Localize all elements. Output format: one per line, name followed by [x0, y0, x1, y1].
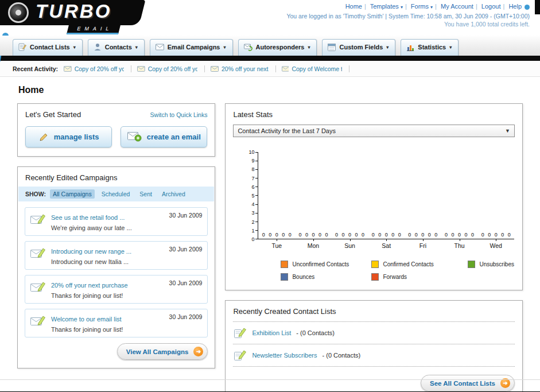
contact-list-link[interactable]: Newsletter Subscribers [252, 352, 317, 359]
contact-list-item[interactable]: Newsletter Subscribers - (0 Contacts) [233, 344, 515, 367]
chart-x-labels: TueMonSunSatFriThuWed [258, 239, 514, 249]
mail-icon [282, 66, 289, 72]
filter-tab-sent[interactable]: Sent [137, 189, 155, 199]
manage-lists-button[interactable]: manage lists [25, 126, 112, 148]
legend-swatch [281, 273, 288, 281]
nav-tab-autoresponders[interactable]: Autoresponders ▾ [238, 39, 317, 56]
logo-title: TURBO [36, 1, 111, 22]
pencil-icon [38, 132, 49, 142]
recent-activity-text: Copy of 20% off yo [75, 65, 124, 72]
contact-list-link[interactable]: Exhibition List [252, 329, 291, 336]
left-column: Let's Get Started Switch to Quick Links … [17, 103, 215, 368]
edit-campaign-icon [30, 281, 46, 299]
legend-item-unsubscribes: Unsubscribes [468, 261, 514, 268]
contact-lists-list: Exhibition List - (0 Contacts) Newslette… [226, 320, 522, 367]
legend-swatch [371, 273, 379, 281]
edit-list-icon [234, 350, 247, 360]
top-link-forms[interactable]: Forms [411, 3, 429, 10]
top-link-help[interactable]: Help [508, 3, 522, 10]
edit-list-icon [234, 328, 247, 338]
campaign-title-link[interactable]: 20% off your next purchase [51, 282, 128, 289]
chevron-down-icon: ▾ [401, 5, 403, 10]
right-column: Latest Stats Contact Activity for the La… [225, 103, 523, 392]
contact-list-detail: - (0 Contacts) [323, 352, 361, 359]
recent-campaigns-panel: Recently Edited Campaigns SHOW: All Camp… [17, 166, 215, 368]
app-logo[interactable]: TURBO EMAIL [0, 0, 161, 34]
campaign-list-item[interactable]: Welcome to our email list Thanks for joi… [25, 309, 208, 337]
mail-icon [211, 66, 219, 72]
campaign-title-link[interactable]: Welcome to our email list [51, 316, 122, 323]
chevron-down-icon: ▾ [449, 45, 452, 50]
campaign-subtitle: Thanks for joining our list! [51, 292, 164, 299]
view-all-campaigns-button[interactable]: View All Campaigns ➜ [117, 343, 208, 360]
nav-tab-custom-fields[interactable]: Custom Fields ▾ [322, 39, 395, 56]
recent-contact-lists-title: Recently Created Contact Lists [233, 307, 336, 316]
campaign-list-item[interactable]: Introducing our new range ... Introducin… [25, 241, 208, 270]
legend-label: Unsubscribes [479, 261, 514, 267]
nav-tab-email-campaigns[interactable]: Email Campaigns ▾ [150, 39, 233, 56]
link-separator: | [503, 3, 504, 10]
filter-tab-all-campaigns[interactable]: All Campaigns [50, 189, 95, 199]
see-all-contact-lists-button[interactable]: See All Contact Lists ➜ [421, 375, 515, 391]
create-email-button[interactable]: create an email [121, 126, 207, 148]
campaign-title-link[interactable]: See us at the retail food ... [51, 214, 125, 221]
email-campaigns-icon [156, 44, 164, 51]
chevron-down-icon: ▾ [223, 45, 226, 50]
footer-divider [0, 379, 540, 380]
edit-campaign-icon [30, 247, 46, 265]
header-right: Home| Templates ▾| Forms ▾| My Account| … [286, 3, 530, 28]
legend-label: Confirmed Contacts [383, 261, 433, 267]
nav-tab-contact-lists[interactable]: Contact Lists ▾ [13, 39, 83, 56]
campaign-title-link[interactable]: Introducing our new range ... [51, 248, 131, 255]
contact-list-item[interactable]: Exhibition List - (0 Contacts) [233, 321, 515, 344]
top-header: TURBO EMAIL Home| Templates ▾| Forms ▾| … [0, 0, 540, 36]
switch-quick-links-link[interactable]: Switch to Quick Links [150, 111, 208, 118]
link-separator: | [405, 3, 407, 10]
filter-tab-archived[interactable]: Archived [159, 189, 188, 199]
campaign-subtitle: We're giving away our late ... [51, 224, 164, 231]
get-started-title: Let's Get Started [25, 110, 81, 119]
chart-y-axis: 109876543210 [245, 152, 258, 239]
legend-swatch [281, 261, 288, 268]
recent-activity-item[interactable]: Copy of 20% off yo [137, 65, 205, 72]
top-link-my-account[interactable]: My Account [441, 3, 473, 10]
recent-campaigns-title: Recently Edited Campaigns [25, 173, 117, 182]
nav-tab-label: Contacts [105, 44, 132, 51]
nav-tab-statistics[interactable]: Statistics ▾ [401, 39, 459, 56]
page-title: Home [18, 85, 523, 95]
campaign-date: 30 Jun 2009 [169, 212, 203, 231]
recent-activity-label: Recent Activity: [13, 65, 58, 72]
stats-period-select[interactable]: Contact Activity for the Last 7 Days ▼ [233, 125, 515, 137]
top-link-home[interactable]: Home [345, 3, 362, 10]
nav-tab-contacts[interactable]: Contacts ▾ [88, 39, 145, 56]
recent-activity-item[interactable]: Copy of Welcome to [282, 65, 349, 72]
campaign-list: See us at the retail food ... We're givi… [18, 201, 215, 339]
campaign-date: 30 Jun 2009 [169, 280, 203, 299]
campaign-list-item[interactable]: See us at the retail food ... We're givi… [25, 207, 208, 236]
top-links: Home| Templates ▾| Forms ▾| My Account| … [286, 3, 530, 10]
legend-item-forwards: Forwards [371, 273, 468, 281]
chevron-down-icon: ▾ [73, 45, 76, 50]
recent-activity-item[interactable]: 20% off your next [211, 65, 276, 72]
new-email-icon [127, 132, 142, 142]
top-link-logout[interactable]: Logout [481, 3, 501, 10]
chevron-down-icon: ▾ [430, 5, 433, 10]
legend-label: Unconfirmed Contacts [292, 261, 349, 267]
filter-tab-scheduled[interactable]: Scheduled [99, 189, 133, 199]
blue-dot-decoration [525, 5, 530, 10]
create-email-label: create an email [147, 133, 201, 141]
credits-info-text: You have 1,000 total credits left. [286, 21, 530, 28]
legend-swatch [468, 261, 475, 268]
contacts-icon [94, 43, 102, 51]
recent-activity-item[interactable]: Copy of 20% off yo [64, 65, 131, 72]
top-link-templates[interactable]: Templates [370, 3, 399, 10]
mail-icon [137, 66, 145, 72]
link-separator: | [364, 3, 366, 10]
recent-contact-lists-panel: Recently Created Contact Lists Exhibitio… [225, 300, 523, 392]
legend-item-unconfirmed: Unconfirmed Contacts [281, 261, 371, 268]
manage-lists-label: manage lists [54, 133, 99, 141]
campaign-list-item[interactable]: 20% off your next purchase Thanks for jo… [25, 275, 208, 304]
autoresponders-icon [244, 44, 252, 51]
app-page: TURBO EMAIL Home| Templates ▾| Forms ▾| … [0, 0, 540, 392]
campaign-text: See us at the retail food ... We're givi… [51, 212, 164, 231]
